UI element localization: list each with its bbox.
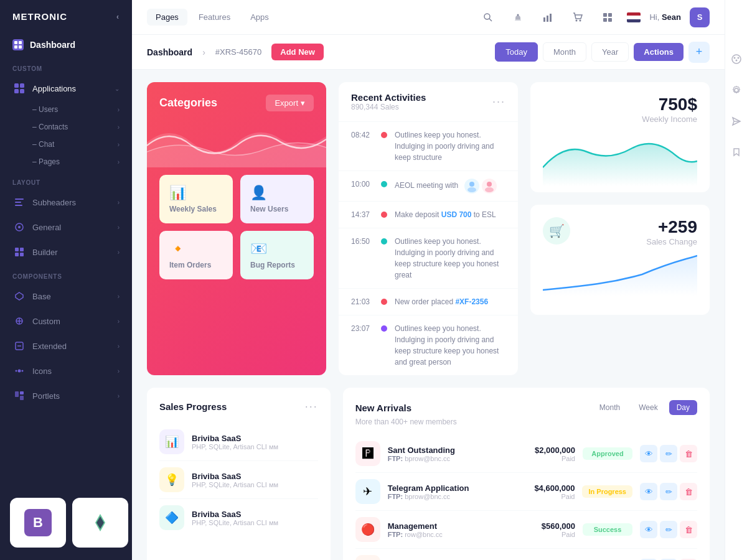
subheaders-icon (12, 195, 26, 209)
add-new-button[interactable]: Add New (271, 44, 324, 60)
arrival-amount: $560,000 Paid (519, 521, 575, 538)
svg-rect-13 (15, 248, 19, 251)
export-button[interactable]: Export ▾ (266, 95, 314, 111)
svg-rect-15 (15, 253, 19, 256)
progress-item-name: Briviba SaaS (192, 510, 318, 519)
user-avatar[interactable]: S (690, 7, 710, 27)
rs-settings-icon[interactable] (727, 81, 746, 100)
sidebar-subitem-contacts[interactable]: – Contacts › (0, 118, 132, 136)
period-year-button[interactable]: Year (591, 42, 629, 62)
arrival-price: $2,000,000 (519, 446, 575, 455)
svg-rect-10 (15, 205, 22, 206)
view-button[interactable]: 👁 (640, 483, 657, 500)
edit-button[interactable]: ✏ (660, 521, 677, 538)
arrivals-tab-month[interactable]: Month (592, 400, 627, 415)
sidebar-item-portlets[interactable]: Portlets › (0, 383, 132, 408)
view-button[interactable]: 👁 (640, 445, 657, 462)
progress-item-info: Briviba SaaS PHP, SQLite, Artisan CLI мм (192, 434, 318, 450)
vue-logo-icon (87, 509, 114, 536)
language-flag-icon[interactable] (627, 12, 641, 22)
add-widget-button[interactable]: + (688, 42, 710, 63)
activity-item: 08:42 Outlines keep you honest. Indulgin… (339, 122, 518, 171)
progress-menu-icon[interactable]: ··· (305, 400, 318, 413)
arrival-actions: 👁 ✏ 🗑 (640, 445, 697, 462)
svg-rect-9 (15, 202, 21, 203)
subcard-weekly-sales[interactable]: 📊 Weekly Sales (159, 175, 233, 223)
collapse-sidebar-icon[interactable]: ‹ (116, 12, 120, 21)
vue-icon-card[interactable] (72, 498, 128, 548)
edit-button[interactable]: ✏ (660, 445, 677, 462)
view-button[interactable]: 👁 (640, 521, 657, 538)
delete-button[interactable]: 🗑 (680, 521, 697, 538)
search-button[interactable] (477, 7, 499, 28)
sidebar-subitem-pages[interactable]: – Pages › (0, 153, 132, 170)
top-navigation: Pages Features Apps Hi, Sean S (132, 0, 725, 35)
export-chevron-icon: ▾ (301, 98, 305, 108)
activity-dot-icon (381, 212, 387, 218)
arrivals-tab-week[interactable]: Week (631, 400, 665, 415)
section-layout-label: LAYOUT (0, 170, 132, 190)
svg-point-52 (467, 187, 476, 192)
subcard-item-orders[interactable]: 🔸 Item Orders (159, 231, 233, 279)
sidebar-subitem-users[interactable]: – Users › (0, 101, 132, 118)
sidebar-dashboard-item[interactable]: Dashboard (0, 33, 132, 57)
subheader-right: Today Month Year Actions + (495, 42, 710, 63)
svg-rect-26 (15, 391, 19, 397)
svg-rect-41 (543, 17, 545, 22)
progress-item-icon: 📊 (159, 429, 184, 454)
arrival-actions: 👁 ✏ 🗑 (640, 483, 697, 500)
arrivals-tab-day[interactable]: Day (669, 400, 697, 415)
sidebar-subitem-chat[interactable]: – Chat › (0, 136, 132, 153)
subcard-new-users[interactable]: 👤 New Users (240, 175, 314, 223)
period-today-button[interactable]: Today (495, 42, 538, 62)
arrivals-title: New Arrivals (355, 403, 411, 413)
notifications-button[interactable] (507, 7, 529, 28)
applications-label: Applications (32, 84, 76, 93)
status-badge-success: Success (583, 523, 632, 536)
rs-palette-icon[interactable] (727, 50, 746, 68)
sidebar-item-builder[interactable]: Builder › (0, 240, 132, 264)
weekly-sales-label: Weekly Sales (169, 205, 223, 213)
nav-tab-pages[interactable]: Pages (147, 9, 187, 26)
sidebar-item-applications[interactable]: Applications ⌄ (0, 76, 132, 101)
brand-name: METRONIC (12, 11, 67, 22)
subcard-bug-reports[interactable]: 📧 Bug Reports (240, 231, 314, 279)
section-components-label: COMPONENTS (0, 264, 132, 284)
delete-button[interactable]: 🗑 (680, 483, 697, 500)
svg-rect-3 (19, 45, 22, 49)
svg-point-59 (735, 60, 737, 62)
nav-tab-apps[interactable]: Apps (242, 9, 278, 26)
delete-button[interactable]: 🗑 (680, 445, 697, 462)
period-month-button[interactable]: Month (543, 42, 586, 62)
sidebar-item-general[interactable]: General › (0, 215, 132, 240)
activities-menu-icon[interactable]: ··· (492, 95, 505, 108)
progress-item: 💡 Briviba SaaS PHP, SQLite, Artisan CLI … (159, 461, 318, 499)
sidebar-item-base[interactable]: Base › (0, 284, 132, 309)
sidebar-item-subheaders[interactable]: Subheaders › (0, 190, 132, 215)
sidebar-item-icons[interactable]: Icons › (0, 358, 132, 383)
builder-icon (12, 245, 26, 259)
nav-tab-features[interactable]: Features (190, 9, 239, 26)
bug-reports-label: Bug Reports (250, 261, 304, 269)
svg-rect-5 (20, 83, 24, 88)
portlets-chevron-icon: › (118, 393, 120, 399)
arrival-info: Sant Outstanding FTP: bprow@bnc.cc (388, 446, 512, 462)
avatar1-icon (464, 179, 479, 194)
sidebar-item-custom[interactable]: Custom › (0, 309, 132, 334)
edit-button[interactable]: ✏ (660, 483, 677, 500)
actions-button[interactable]: Actions (634, 43, 684, 61)
weekly-income-card: 750$ Weekly Income (530, 82, 710, 192)
contacts-label: – Contacts (32, 123, 68, 131)
income-label: Weekly Income (543, 114, 697, 124)
rs-send-icon[interactable] (727, 112, 746, 131)
rs-bookmark-icon[interactable] (727, 143, 746, 162)
grid-button[interactable] (597, 7, 618, 28)
sidebar-item-extended[interactable]: Extended › (0, 334, 132, 358)
bootstrap-icon-card[interactable]: B (10, 498, 66, 548)
svg-point-23 (18, 370, 21, 373)
main-area: Pages Features Apps Hi, Sean S (132, 0, 725, 560)
charts-button[interactable] (537, 7, 558, 28)
svg-line-39 (489, 19, 492, 21)
svg-rect-2 (14, 45, 17, 49)
cart-button[interactable] (567, 7, 588, 28)
